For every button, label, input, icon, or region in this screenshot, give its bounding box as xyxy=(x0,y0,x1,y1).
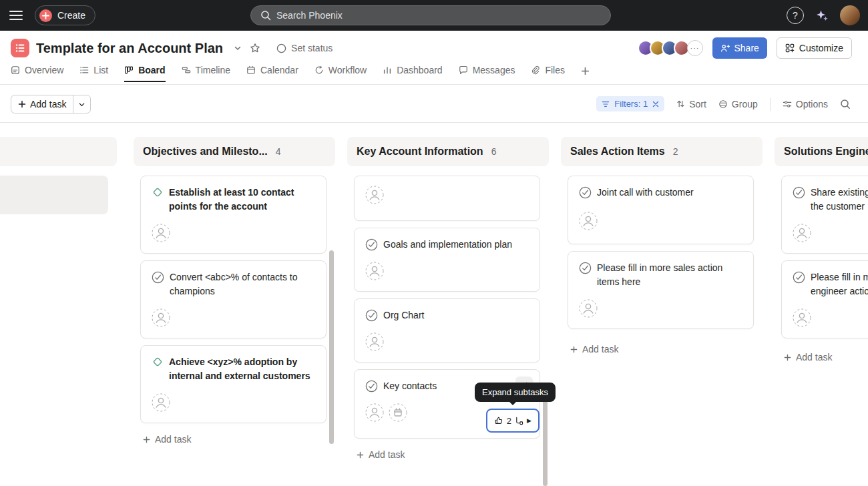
assignee-placeholder-icon[interactable] xyxy=(152,224,170,242)
chevron-down-icon[interactable] xyxy=(234,44,242,52)
like-count: 2 xyxy=(507,416,511,426)
help-icon[interactable]: ? xyxy=(787,7,804,24)
column-scrollbar[interactable] xyxy=(543,393,548,486)
sort-button[interactable]: Sort xyxy=(676,99,706,109)
calendar-icon xyxy=(246,65,256,75)
task-card[interactable]: Goals and implementation plan xyxy=(354,228,540,292)
member-avatar-stack[interactable]: ··· xyxy=(638,40,703,56)
clear-filter-icon[interactable] xyxy=(652,101,659,107)
more-members-button[interactable]: ··· xyxy=(687,40,703,56)
column-header[interactable]: Sales Action Items 2 xyxy=(561,137,763,166)
overview-icon xyxy=(11,65,20,75)
column-title: Solutions Enginee xyxy=(784,146,868,158)
global-search[interactable] xyxy=(250,5,611,25)
task-card[interactable]: Achieve <xyz>% adoption by internal and … xyxy=(140,345,327,423)
tab-files[interactable]: Files xyxy=(531,65,565,82)
filter-icon xyxy=(602,100,610,108)
task-card-key-contacts[interactable]: Key contacts 2 ▶ Expand subtasks xyxy=(354,369,540,439)
check-circle-icon[interactable] xyxy=(793,186,805,199)
page-title: Template for an Account Plan xyxy=(36,41,223,56)
add-task-plus-icon xyxy=(18,100,26,108)
create-button[interactable]: Create xyxy=(35,5,95,25)
add-view-button[interactable] xyxy=(581,67,590,82)
column-add-task-button[interactable]: Add task xyxy=(143,434,335,445)
tab-workflow[interactable]: Workflow xyxy=(314,65,367,82)
column-add-task-button[interactable]: Add task xyxy=(357,449,549,460)
column-header[interactable]: Objectives and Milesto... 4 xyxy=(134,137,335,166)
customize-button[interactable]: Customize xyxy=(777,37,852,59)
task-card[interactable]: Joint call with customer xyxy=(568,176,754,244)
milestone-icon[interactable] xyxy=(152,186,164,198)
task-title: Establish at least 10 contact points for… xyxy=(169,186,315,214)
column-header[interactable]: Key Account Information 6 xyxy=(347,137,549,166)
share-button[interactable]: Share xyxy=(712,37,767,59)
plus-icon xyxy=(357,451,364,459)
tab-dashboard[interactable]: Dashboard xyxy=(383,65,443,82)
add-task-dropdown[interactable] xyxy=(73,95,90,113)
sparkle-ai-icon[interactable] xyxy=(815,8,829,23)
tab-messages[interactable]: Messages xyxy=(459,65,515,82)
group-button[interactable]: Group xyxy=(718,99,758,109)
tab-timeline[interactable]: Timeline xyxy=(182,65,230,82)
tab-calendar[interactable]: Calendar xyxy=(246,65,298,82)
assignee-placeholder-icon[interactable] xyxy=(365,403,384,422)
column-header[interactable]: Solutions Enginee xyxy=(775,137,868,166)
check-circle-icon[interactable] xyxy=(579,186,592,199)
tab-board[interactable]: Board xyxy=(124,65,165,82)
task-card[interactable]: Share existing the customer xyxy=(781,176,868,254)
assignee-placeholder-icon[interactable] xyxy=(365,186,384,204)
check-circle-icon[interactable] xyxy=(152,271,164,284)
task-card[interactable]: Org Chart xyxy=(354,298,540,362)
task-card[interactable] xyxy=(0,176,108,214)
check-circle-icon[interactable] xyxy=(579,262,592,274)
project-icon[interactable] xyxy=(11,39,29,57)
due-date-placeholder-icon[interactable] xyxy=(389,403,407,422)
assignee-placeholder-icon[interactable] xyxy=(365,262,384,280)
assignee-placeholder-icon[interactable] xyxy=(579,299,598,318)
filters-chip[interactable]: Filters: 1 xyxy=(596,96,664,111)
check-circle-icon[interactable] xyxy=(365,380,378,393)
add-task-button[interactable]: Add task xyxy=(11,95,73,113)
expand-triangle-icon: ▶ xyxy=(527,418,531,424)
expand-subtasks-button[interactable]: 2 ▶ xyxy=(486,409,539,433)
star-icon[interactable] xyxy=(250,43,260,53)
workflow-icon xyxy=(314,65,324,75)
assignee-placeholder-icon[interactable] xyxy=(793,224,811,242)
search-input[interactable] xyxy=(276,10,601,21)
task-title: Convert <abc>% of contacts to champions xyxy=(170,270,315,298)
column-scrollbar[interactable] xyxy=(329,250,334,444)
assignee-placeholder-icon[interactable] xyxy=(365,332,384,351)
list-icon xyxy=(79,65,89,75)
check-circle-icon[interactable] xyxy=(365,309,378,322)
assignee-placeholder-icon[interactable] xyxy=(152,308,170,327)
task-card[interactable] xyxy=(354,176,540,221)
column-add-task-button[interactable]: Add task xyxy=(784,352,868,362)
task-card[interactable]: Please fill in m engineer action it xyxy=(781,260,868,338)
options-button[interactable]: Options xyxy=(783,99,828,109)
plus-icon xyxy=(143,436,150,443)
column-add-task-button[interactable]: Add task xyxy=(570,344,763,354)
tab-overview[interactable]: Overview xyxy=(11,65,63,82)
board-search-icon[interactable] xyxy=(840,99,851,109)
task-card[interactable]: Please fill in more sales action items h… xyxy=(568,251,754,329)
column-count: 2 xyxy=(673,146,678,157)
set-status-button[interactable]: Set status xyxy=(276,43,333,53)
user-avatar[interactable] xyxy=(840,5,860,25)
assignee-placeholder-icon[interactable] xyxy=(793,308,811,327)
group-icon xyxy=(718,99,728,109)
check-circle-icon[interactable] xyxy=(365,238,378,251)
column-title: Objectives and Milesto... xyxy=(143,146,268,158)
task-title: Joint call with customer xyxy=(597,186,694,200)
create-plus-icon xyxy=(39,9,52,22)
milestone-icon[interactable] xyxy=(152,356,164,368)
assignee-placeholder-icon[interactable] xyxy=(579,212,598,230)
dashboard-icon xyxy=(383,65,392,75)
check-circle-icon[interactable] xyxy=(793,271,805,284)
tab-list[interactable]: List xyxy=(79,65,108,82)
assignee-placeholder-icon[interactable] xyxy=(152,393,170,412)
task-card[interactable]: Convert <abc>% of contacts to champions xyxy=(140,260,327,338)
task-card[interactable]: Establish at least 10 contact points for… xyxy=(140,176,327,254)
hamburger-menu-icon[interactable] xyxy=(9,9,23,22)
column-header[interactable] xyxy=(0,137,117,166)
topbar: Create ? xyxy=(0,0,868,31)
